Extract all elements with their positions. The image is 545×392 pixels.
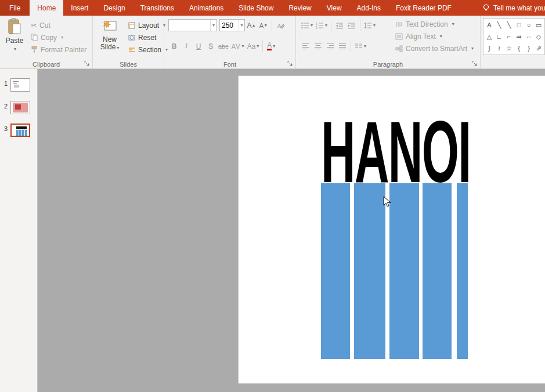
slide-editing-area[interactable]: HANOI — [38, 69, 545, 392]
dropdown-caret: ▾ — [117, 45, 119, 50]
font-size-combo[interactable]: ▾ — [219, 19, 245, 31]
blue-bar-a[interactable] — [354, 183, 385, 359]
clear-formatting-button[interactable]: A — [275, 19, 286, 31]
text-direction-button[interactable]: Text Direction▾ — [394, 18, 475, 30]
text-shadow-button[interactable]: S — [205, 40, 216, 52]
convert-to-smartart-button[interactable]: Convert to SmartArt▾ — [394, 42, 475, 55]
tab-home[interactable]: Home — [30, 0, 63, 16]
font-group-label: Font — [164, 61, 295, 68]
font-name-combo[interactable]: ▾ — [168, 19, 217, 31]
slide-canvas[interactable]: HANOI — [238, 75, 545, 384]
dropdown-caret: ▾ — [242, 43, 244, 49]
shape-arrow-line-icon[interactable]: ╲ — [504, 19, 514, 31]
slide-thumbnail-row-2[interactable]: 2 — [4, 101, 35, 114]
slide-thumbnail-row-1[interactable]: 1 — [4, 78, 35, 92]
shape-left-brace-icon[interactable]: { — [514, 42, 524, 54]
align-text-button[interactable]: Align Text▾ — [394, 30, 475, 42]
shape-rounded-rectangle-icon[interactable]: ▭ — [534, 19, 543, 31]
change-case-button[interactable]: Aa▾ — [246, 40, 261, 52]
shape-rectangle-icon[interactable]: □ — [514, 19, 524, 31]
shape-curve-icon[interactable]: ∫ — [485, 42, 494, 54]
dropdown-caret: ▾ — [311, 23, 313, 28]
shape-elbow-icon[interactable]: ⌐ — [504, 31, 514, 42]
clipboard-dialog-launcher[interactable] — [84, 60, 91, 67]
reset-icon — [128, 34, 135, 41]
tab-review[interactable]: Review — [281, 0, 319, 16]
copy-button[interactable]: Copy▾ — [29, 31, 88, 43]
character-spacing-button[interactable]: AV▾ — [230, 40, 246, 52]
grow-font-button[interactable]: A▲ — [246, 19, 257, 31]
tab-insert[interactable]: Insert — [63, 0, 96, 16]
format-painter-button[interactable]: Format Painter — [29, 43, 88, 56]
slide-number: 2 — [4, 101, 8, 110]
reset-button[interactable]: Reset — [127, 31, 169, 43]
chevron-down-icon[interactable]: ▾ — [239, 20, 244, 31]
slide-3-thumbnail[interactable] — [10, 124, 30, 137]
chevron-down-icon[interactable]: ▾ — [210, 20, 216, 31]
blue-bar-n[interactable] — [389, 183, 419, 359]
slide-thumbnail-row-3[interactable]: 3 — [4, 124, 35, 137]
slide-1-thumbnail[interactable] — [10, 78, 30, 92]
font-name-input[interactable] — [169, 20, 210, 31]
align-center-button[interactable] — [312, 40, 324, 52]
shape-arrow-icon[interactable]: ⇒ — [514, 31, 524, 42]
shape-double-arrow-icon[interactable]: ⇔ — [524, 31, 533, 42]
section-icon — [128, 46, 135, 53]
section-button[interactable]: Section▾ — [127, 43, 169, 56]
paste-button[interactable]: Paste▾ — [1, 17, 28, 58]
paragraph-dialog-launcher[interactable] — [471, 60, 478, 67]
tell-me-label: Tell me what you — [493, 4, 545, 12]
align-left-button[interactable] — [300, 40, 312, 52]
align-right-button[interactable] — [324, 40, 336, 52]
bullets-button[interactable]: ▾ — [300, 19, 314, 31]
tell-me-box[interactable]: Tell me what you — [477, 0, 545, 16]
italic-button[interactable]: I — [181, 40, 192, 52]
new-slide-button[interactable]: New Slide▾ — [96, 17, 123, 58]
shape-line-icon[interactable]: ╲ — [495, 19, 504, 31]
shape-callout-icon[interactable]: ⇗ — [534, 42, 543, 54]
tab-add-ins[interactable]: Add-Ins — [349, 0, 388, 16]
dropdown-caret: ▾ — [373, 23, 376, 28]
align-text-icon — [395, 33, 403, 40]
shape-star-icon[interactable]: ☆ — [504, 42, 514, 54]
decrease-indent-button[interactable] — [334, 19, 345, 31]
line-spacing-button[interactable]: ▾ — [363, 19, 377, 31]
font-size-input[interactable] — [220, 20, 239, 31]
font-color-button[interactable]: A▾ — [265, 40, 277, 52]
numbering-button[interactable]: 123▾ — [315, 19, 329, 31]
layout-button[interactable]: Layout▾ — [127, 19, 169, 31]
increase-indent-button[interactable] — [346, 19, 358, 31]
shrink-font-button[interactable]: A▼ — [258, 19, 269, 31]
shape-right-angle-icon[interactable]: ∟ — [495, 31, 504, 42]
tab-foxit-reader-pdf[interactable]: Foxit Reader PDF — [388, 0, 459, 16]
shape-textbox-icon[interactable]: A — [485, 19, 494, 31]
tab-animations[interactable]: Animations — [182, 0, 231, 16]
columns-button[interactable]: ▾ — [353, 40, 367, 52]
group-drawing: A ╲ ╲ □ ○ ▭ △ ∟ ⌐ ⇒ ⇔ ◇ ∫ ≀ ☆ { } ⇗ — [481, 16, 545, 68]
tab-file[interactable]: File — [0, 0, 30, 16]
font-dialog-launcher[interactable] — [287, 60, 294, 67]
bold-button[interactable]: B — [168, 40, 180, 52]
blue-bar-i[interactable] — [457, 183, 468, 359]
blue-bar-h[interactable] — [321, 183, 350, 359]
shape-right-brace-icon[interactable]: } — [524, 42, 533, 54]
shape-oval-icon[interactable]: ○ — [524, 19, 533, 31]
blue-bar-o[interactable] — [423, 183, 452, 359]
slide-2-thumbnail[interactable] — [10, 101, 30, 114]
underline-button[interactable]: U — [193, 40, 204, 52]
tab-transitions[interactable]: Transitions — [133, 0, 182, 16]
dropdown-caret: ▾ — [257, 43, 259, 49]
cut-button[interactable]: ✂ Cut — [29, 19, 88, 31]
scissors-icon: ✂ — [31, 21, 37, 30]
smartart-icon — [395, 45, 403, 52]
shape-diamond-icon[interactable]: ◇ — [534, 31, 543, 42]
shape-scribble-icon[interactable]: ≀ — [495, 42, 504, 54]
slide-title-text[interactable]: HANOI — [321, 120, 471, 184]
strikethrough-button[interactable]: abc — [217, 40, 230, 52]
shape-triangle-icon[interactable]: △ — [485, 31, 494, 42]
tab-slide-show[interactable]: Slide Show — [231, 0, 281, 16]
tab-view[interactable]: View — [319, 0, 349, 16]
justify-button[interactable] — [337, 40, 348, 52]
tab-design[interactable]: Design — [96, 0, 132, 16]
svg-text:3: 3 — [316, 27, 317, 29]
